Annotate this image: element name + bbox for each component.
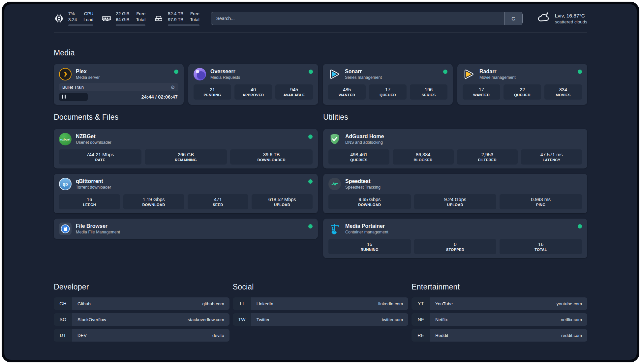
bookmark-netflix[interactable]: NF Netflixnetflix.com xyxy=(412,313,587,326)
search-engine-button[interactable]: G xyxy=(504,12,522,25)
bookmark-dev[interactable]: DT DEVdev.to xyxy=(54,329,229,342)
stat-tile: 9.24 GbpsUPLOAD xyxy=(414,194,497,209)
stat-tile: 266 GBREMAINING xyxy=(145,149,227,165)
cpu-load: 3.24 xyxy=(68,17,77,23)
app-name: Media Portainer xyxy=(345,223,388,229)
app-name: Radarr xyxy=(479,69,516,75)
stat-tile: 40APPROVED xyxy=(234,84,272,100)
app-description: Usenet downloader xyxy=(76,140,111,145)
top-bar: 7% CPU 3.24 Load 22 GiB Free 64 G xyxy=(54,10,587,27)
radarr-icon xyxy=(463,68,475,80)
bookmark-github[interactable]: GH Githubgithub.com xyxy=(54,297,229,310)
app-description: Speedtest Tracking xyxy=(345,185,381,190)
stat-tile: 21PENDING xyxy=(194,84,231,100)
bookmark-reddit[interactable]: RE Redditreddit.com xyxy=(412,329,587,342)
plex-icon xyxy=(59,68,72,80)
bookmark-stackoverflow[interactable]: SO StackOverflowstackoverflow.com xyxy=(54,313,229,326)
cpu-load-label: Load xyxy=(83,17,93,23)
stat-tile: 485WANTED xyxy=(328,84,366,100)
nzbget-card[interactable]: nzbget NZBGet Usenet downloader 744.21 M… xyxy=(54,129,318,168)
section-utilities: Utilities AdGuard Home DNS and adblockin… xyxy=(323,113,587,263)
status-dot xyxy=(308,135,313,139)
pause-icon[interactable] xyxy=(62,94,66,100)
now-playing-title: Bullet Train xyxy=(62,85,84,90)
dashboard: 7% CPU 3.24 Load 22 GiB Free 64 G xyxy=(2,2,639,362)
bookmark-group-developer: Developer GH Githubgithub.com SO StackOv… xyxy=(54,283,229,345)
stat-tile: 22QUEUED xyxy=(504,84,541,100)
section-documents: Documents & Files nzbget NZBGet Usenet d… xyxy=(54,113,318,244)
app-name: Speedtest xyxy=(345,178,381,184)
system-stats: 7% CPU 3.24 Load 22 GiB Free 64 G xyxy=(54,11,199,26)
now-playing-progress[interactable]: 24:44 / 02:06:47 xyxy=(59,93,178,101)
bookmark-youtube[interactable]: YT YouTubeyoutube.com xyxy=(412,297,587,310)
stat-tile: 0STOPPED xyxy=(414,239,497,254)
speedtest-icon xyxy=(328,178,341,190)
bookmark-abbr: LI xyxy=(233,297,251,310)
stat-tile: 9.65 GbpsDOWNLOAD xyxy=(328,194,411,209)
bookmark-url: reddit.com xyxy=(561,333,582,338)
overseerr-card[interactable]: Overseerr Media Requests 21PENDING 40APP… xyxy=(188,64,318,105)
now-playing-title-row: Bullet Train ⚙ xyxy=(59,83,178,91)
now-playing-time: 24:44 / 02:06:47 xyxy=(141,94,178,100)
stat-tile: 17WANTED xyxy=(463,84,500,100)
app-name: File Browser xyxy=(76,223,120,229)
plex-card[interactable]: Plex Media server Bullet Train ⚙ 24:44 /… xyxy=(54,64,184,105)
app-name: NZBGet xyxy=(76,134,111,139)
bookmark-abbr: NF xyxy=(412,313,430,326)
weather-widget: Lviv, 16.87°C scattered clouds xyxy=(536,11,587,26)
stat-tile: 2,953FILTERED xyxy=(457,149,518,165)
weather-condition: scattered clouds xyxy=(555,19,587,24)
app-description: DNS and adblocking xyxy=(345,140,384,145)
stat-tile: 16LEECH xyxy=(59,194,120,209)
memory-progress-bar xyxy=(116,24,145,26)
storage-progress-bar xyxy=(168,24,199,26)
section-title-utilities: Utilities xyxy=(323,113,587,122)
section-title-documents: Documents & Files xyxy=(54,113,318,122)
stat-tile: 196SERIES xyxy=(410,84,447,100)
bookmark-abbr: RE xyxy=(412,329,430,342)
gear-icon[interactable]: ⚙ xyxy=(171,85,175,90)
stat-tile: 0.993 msPING xyxy=(500,194,582,209)
status-dot xyxy=(308,224,313,228)
stat-tile: 47.571 msLATENCY xyxy=(521,149,582,165)
bookmark-twitter[interactable]: TW Twittertwitter.com xyxy=(233,313,409,326)
filebrowser-card[interactable]: File Browser Media File Management xyxy=(54,219,318,239)
adguard-card[interactable]: AdGuard Home DNS and adblocking 498,461Q… xyxy=(323,129,587,168)
radarr-card[interactable]: Radarr Movie management 17WANTED 22QUEUE… xyxy=(457,64,587,105)
search-input[interactable] xyxy=(211,12,523,25)
portainer-card[interactable]: Media Portainer Container management 16R… xyxy=(323,219,587,258)
app-description: Torrent downloader xyxy=(76,185,111,190)
bookmark-linkedin[interactable]: LI LinkedInlinkedin.com xyxy=(233,297,409,310)
bookmark-abbr: TW xyxy=(233,313,251,326)
section-title-media: Media xyxy=(54,48,587,57)
memory-stat: 22 GiB Free 64 GiB Total xyxy=(101,11,145,26)
qbittorrent-card[interactable]: qb qBittorrent Torrent downloader 16LEEC… xyxy=(54,174,318,213)
bookmark-name: StackOverflow xyxy=(77,317,106,322)
overseerr-icon xyxy=(194,68,206,80)
app-name: Overseerr xyxy=(210,69,240,75)
cpu-stat: 7% CPU 3.24 Load xyxy=(54,11,93,26)
bookmark-abbr: GH xyxy=(54,297,72,310)
memory-total: 64 GiB xyxy=(116,17,129,23)
status-dot xyxy=(308,179,313,184)
bookmark-name: Github xyxy=(77,301,91,306)
stat-tile: 834MOVIES xyxy=(544,84,582,100)
stat-tile: 86,384BLOCKED xyxy=(393,149,454,165)
storage-stat: 52.4 TB Free 97.9 TB Total xyxy=(153,11,199,26)
weather-location-temp: Lviv, 16.87°C xyxy=(555,13,587,19)
cpu-label: CPU xyxy=(83,11,93,17)
stat-tile: 498,461QUERIES xyxy=(328,149,389,165)
sonarr-icon xyxy=(328,68,341,80)
status-dot xyxy=(443,70,447,74)
sonarr-card[interactable]: Sonarr Series management 485WANTED 17QUE… xyxy=(323,64,453,105)
cpu-progress-bar xyxy=(68,24,93,26)
bookmark-url: dev.to xyxy=(212,333,224,338)
app-description: Media Requests xyxy=(210,75,240,80)
storage-free: 52.4 TB xyxy=(168,11,183,17)
app-description: Series management xyxy=(345,75,382,80)
bookmark-abbr: DT xyxy=(54,329,72,342)
bookmark-group-entertainment: Entertainment YT YouTubeyoutube.com NF N… xyxy=(412,283,587,345)
bookmark-name: YouTube xyxy=(435,301,453,306)
stat-tile: 744.21 MbpsRATE xyxy=(59,149,141,165)
speedtest-card[interactable]: Speedtest Speedtest Tracking 9.65 GbpsDO… xyxy=(323,174,587,213)
